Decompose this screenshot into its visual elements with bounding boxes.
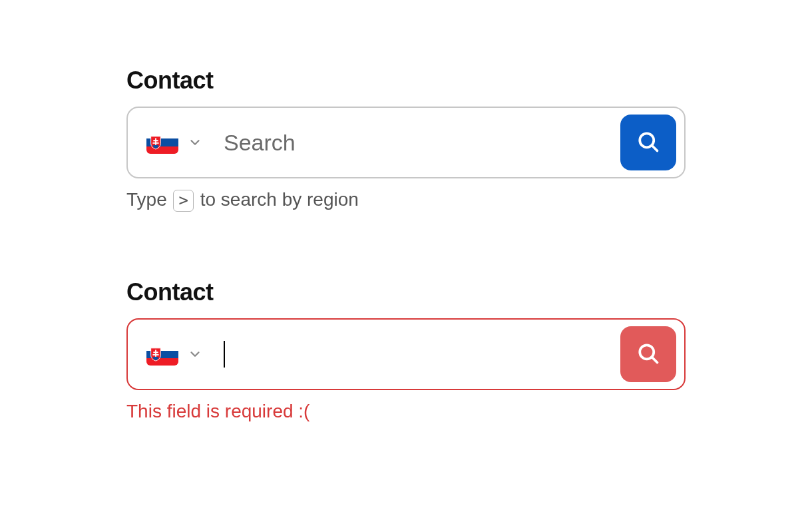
chevron-down-icon [188,347,202,362]
field-label: Contact [126,67,686,95]
text-caret [224,341,225,368]
search-input-focused[interactable] [202,338,620,370]
input-container [126,107,686,178]
field-label: Contact [126,278,686,306]
input-container-error [126,318,686,390]
chevron-down-icon [188,135,202,150]
svg-line-3 [652,358,658,363]
helper-text: Type > to search by region [126,189,686,212]
slovakia-flag-icon [146,131,178,154]
search-input[interactable] [202,130,620,156]
country-selector[interactable] [146,343,202,366]
search-icon [636,342,660,368]
contact-field-error: Contact [126,278,686,422]
key-hint: > [173,190,193,212]
search-icon [636,130,660,156]
search-button[interactable] [620,115,676,170]
slovakia-flag-icon [146,343,178,366]
country-selector[interactable] [146,131,202,154]
svg-line-1 [652,146,658,151]
search-button[interactable] [620,326,676,382]
error-message: This field is required :( [126,401,686,422]
contact-field-default: Contact [126,67,686,212]
